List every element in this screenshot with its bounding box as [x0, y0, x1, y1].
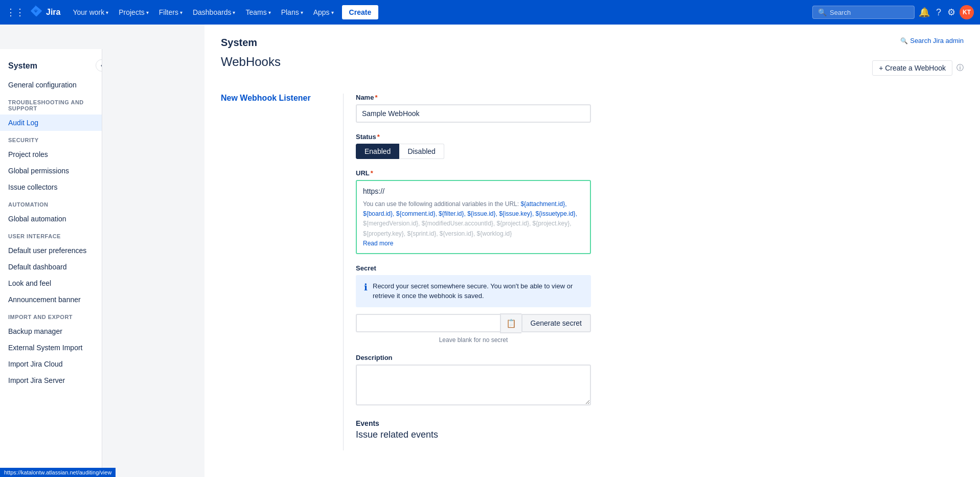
status-bar: https://katalontw.atlassian.net/auditing… — [0, 468, 116, 477]
nav-projects[interactable]: Projects ▾ — [115, 5, 153, 19]
secret-info-text: Record your secret somewhere secure. You… — [373, 281, 583, 301]
notifications-icon[interactable]: 🔔 — [917, 5, 932, 20]
generate-secret-button[interactable]: Generate secret — [521, 314, 591, 332]
sidebar-item-project-roles[interactable]: Project roles — [0, 146, 102, 163]
secret-hint: Leave blank for no secret — [356, 336, 591, 344]
url-hint: You can use the following additional var… — [363, 199, 584, 239]
chevron-down-icon: ▾ — [146, 10, 149, 15]
webhook-list-title[interactable]: New Webhook Listener — [221, 94, 331, 103]
sidebar-section-import-export: IMPORT AND EXPORT — [0, 308, 102, 323]
name-input[interactable] — [356, 104, 591, 123]
events-subtitle: Issue related events — [356, 429, 964, 440]
sidebar-item-audit-log[interactable]: Audit Log — [0, 115, 102, 131]
sidebar-item-backup-manager[interactable]: Backup manager — [0, 323, 102, 339]
sidebar-item-global-permissions[interactable]: Global permissions — [0, 163, 102, 179]
secret-info-box: ℹ Record your secret somewhere secure. Y… — [356, 275, 591, 307]
search-admin-link[interactable]: 🔍 Search Jira admin — [900, 37, 964, 44]
create-webhook-button[interactable]: + Create a WebHook — [872, 60, 952, 76]
sidebar-item-general-config[interactable]: General configuration — [0, 77, 102, 93]
chevron-down-icon: ▾ — [331, 10, 334, 15]
jira-logo[interactable]: Jira — [29, 5, 60, 19]
chevron-down-icon: ▾ — [180, 10, 183, 15]
search-icon: 🔍 — [818, 8, 827, 16]
page-title: System — [221, 37, 257, 49]
help-circle-icon[interactable]: ⓘ — [956, 63, 964, 73]
sidebar-title: System — [0, 57, 102, 77]
events-section: Events Issue related events — [356, 419, 964, 440]
sidebar-section-automation: AUTOMATION — [0, 195, 102, 211]
status-disabled-button[interactable]: Disabled — [399, 144, 444, 159]
top-navigation: ⋮⋮ Jira Your work ▾ Projects ▾ Filters ▾… — [0, 0, 980, 25]
search-bar[interactable]: 🔍 Search — [812, 6, 915, 19]
name-field-group: Name* — [356, 94, 964, 123]
secret-label: Secret — [356, 264, 964, 272]
description-field-group: Description — [356, 354, 964, 407]
sidebar-item-import-jira-server[interactable]: Import Jira Server — [0, 372, 102, 389]
help-icon[interactable]: ? — [934, 5, 943, 20]
header-actions: 🔍 Search Jira admin — [900, 37, 964, 44]
nav-your-work[interactable]: Your work ▾ — [69, 5, 112, 19]
search-admin-icon: 🔍 — [900, 37, 908, 44]
required-star-url: * — [371, 169, 373, 177]
nav-apps[interactable]: Apps ▾ — [309, 5, 338, 19]
secret-field-group: Secret ℹ Record your secret somewhere se… — [356, 264, 964, 344]
sidebar-section-troubleshooting: TROUBLESHOOTING AND SUPPORT — [0, 93, 102, 115]
sidebar-item-announcement-banner[interactable]: Announcement banner — [0, 291, 102, 308]
events-label: Events — [356, 419, 964, 427]
webhook-list-panel: New Webhook Listener — [221, 94, 344, 450]
logo-text: Jira — [46, 8, 60, 17]
required-star-status: * — [377, 133, 380, 141]
secret-input[interactable] — [356, 314, 500, 332]
sidebar-item-global-automation[interactable]: Global automation — [0, 211, 102, 227]
avatar[interactable]: KT — [960, 5, 974, 19]
chevron-down-icon: ▾ — [233, 10, 235, 15]
secret-copy-button[interactable]: 📋 — [500, 313, 521, 333]
create-button[interactable]: Create — [342, 5, 379, 19]
sidebar: System ‹ General configuration TROUBLESH… — [0, 49, 102, 477]
nav-teams[interactable]: Teams ▾ — [241, 5, 275, 19]
status-field-group: Status* Enabled Disabled — [356, 133, 964, 159]
url-field-container: You can use the following additional var… — [356, 180, 591, 254]
settings-icon[interactable]: ⚙ — [945, 5, 958, 20]
sidebar-item-default-user-prefs[interactable]: Default user preferences — [0, 242, 102, 259]
url-field-group: URL* You can use the following additiona… — [356, 169, 964, 254]
name-label: Name* — [356, 94, 964, 101]
chevron-down-icon: ▾ — [106, 10, 108, 15]
url-label: URL* — [356, 169, 964, 177]
description-textarea[interactable] — [356, 365, 591, 405]
sidebar-section-user-interface: USER INTERFACE — [0, 227, 102, 242]
required-star: * — [375, 94, 377, 101]
jira-logo-svg — [29, 5, 43, 19]
status-enabled-button[interactable]: Enabled — [356, 144, 399, 159]
sidebar-item-default-dashboard[interactable]: Default dashboard — [0, 259, 102, 275]
sidebar-section-security: SECURITY — [0, 131, 102, 146]
url-input[interactable] — [363, 187, 584, 195]
webhook-form: Name* Status* Enabled Disabled — [356, 94, 964, 450]
info-icon: ℹ — [364, 282, 368, 293]
sidebar-item-external-system-import[interactable]: External System Import — [0, 339, 102, 356]
chevron-down-icon: ▾ — [301, 10, 303, 15]
search-placeholder: Search — [830, 9, 851, 16]
nav-filters[interactable]: Filters ▾ — [155, 5, 187, 19]
status-label: Status* — [356, 133, 964, 141]
main-content: System 🔍 Search Jira admin WebHooks + Cr… — [204, 25, 980, 477]
sidebar-item-look-and-feel[interactable]: Look and feel — [0, 275, 102, 291]
secret-input-row: 📋 Generate secret — [356, 313, 591, 333]
nav-plans[interactable]: Plans ▾ — [277, 5, 307, 19]
content-area: New Webhook Listener Name* Status* — [221, 94, 964, 450]
grid-icon[interactable]: ⋮⋮ — [6, 7, 25, 18]
chevron-down-icon: ▾ — [268, 10, 271, 15]
page-subtitle: WebHooks — [221, 55, 281, 69]
status-toggle: Enabled Disabled — [356, 144, 964, 159]
sidebar-item-issue-collectors[interactable]: Issue collectors — [0, 179, 102, 195]
page-header: System 🔍 Search Jira admin — [221, 37, 964, 51]
description-label: Description — [356, 354, 964, 361]
nav-dashboards[interactable]: Dashboards ▾ — [189, 5, 240, 19]
sidebar-item-import-jira-cloud[interactable]: Import Jira Cloud — [0, 356, 102, 372]
read-more-link[interactable]: Read more — [363, 240, 393, 247]
